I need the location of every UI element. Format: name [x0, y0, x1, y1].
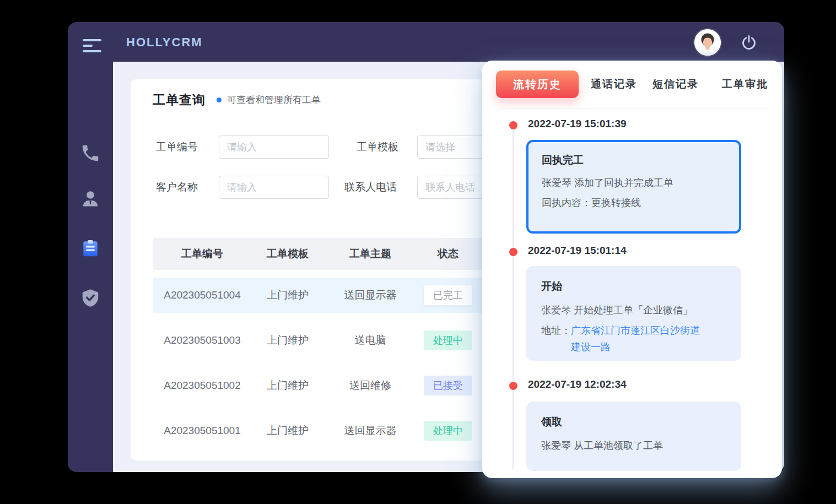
order-subject: 送电脑 [323, 333, 417, 348]
tab-sms-records[interactable]: 短信记录 [652, 77, 699, 91]
power-icon[interactable] [740, 34, 758, 51]
timeline-card-title: 开始 [541, 279, 726, 294]
template-label: 工单模板 [357, 136, 398, 159]
security-shield-icon[interactable] [80, 288, 101, 308]
timeline-card-title: 回执完工 [542, 153, 726, 167]
timeline-card-line: 张爱琴 开始处理工单「企业微信」 [541, 304, 726, 317]
user-avatar[interactable] [694, 29, 721, 56]
contact-label: 联系人电话 [344, 176, 397, 199]
timeline-card-title: 领取 [541, 415, 726, 429]
timeline-time: 2022-07-19 15:01:14 [528, 245, 627, 257]
timeline-time: 2022-07-19 12:02:34 [528, 378, 627, 391]
detail-tabs: 流转历史 通话记录 短信记录 工单审批 [496, 71, 768, 98]
contacts-icon[interactable] [80, 188, 101, 209]
order-id: A202305051003 [153, 334, 252, 346]
timeline-card[interactable]: 领取 张爱琴 从工单池领取了工单 [526, 402, 741, 471]
col-header-status: 状态 [417, 247, 479, 261]
subtitle-dot-icon [217, 97, 222, 102]
timeline-card-line: 回执内容：更换转接线 [542, 196, 726, 209]
customer-input[interactable] [219, 176, 329, 199]
order-template: 上门维护 [252, 333, 323, 348]
hamburger-menu-icon[interactable] [83, 39, 103, 53]
timeline-dot-icon [509, 121, 517, 129]
timeline-card[interactable]: 开始 张爱琴 开始处理工单「企业微信」 地址： 广东省江门市蓬江区白沙街道建设一… [526, 266, 741, 361]
status-badge: 已接受 [424, 376, 472, 395]
timeline-dot-icon [509, 248, 517, 256]
workorders-icon-active[interactable] [80, 238, 101, 259]
customer-label: 客户名称 [156, 176, 198, 199]
address-link[interactable]: 广东省江门市蓬江区白沙街道建设一路 [571, 322, 705, 355]
order-template: 上门维护 [252, 424, 323, 438]
order-subject: 送回维修 [323, 378, 417, 393]
page-subtitle: 可查看和管理所有工单 [227, 94, 321, 106]
order-subject: 送回显示器 [323, 288, 417, 302]
timeline-line [513, 129, 514, 469]
status-badge: 已完工 [424, 285, 472, 305]
order-id: A202305051004 [153, 289, 252, 301]
order-no-label: 工单编号 [156, 136, 198, 159]
timeline-time: 2022-07-19 15:01:39 [528, 118, 627, 130]
order-subject: 送回显示器 [323, 424, 417, 438]
status-badge: 处理中 [424, 421, 472, 441]
timeline-card-highlighted[interactable]: 回执完工 张爱琴 添加了回执并完成工单 回执内容：更换转接线 [526, 140, 741, 234]
status-badge: 处理中 [424, 330, 472, 350]
tab-flow-history[interactable]: 流转历史 [496, 71, 579, 98]
order-id: A202305051001 [153, 425, 252, 437]
tab-approval[interactable]: 工单审批 [722, 77, 768, 91]
brand-logo: HOLLYCRM [126, 35, 203, 50]
timeline-dot-icon [509, 382, 517, 390]
order-id: A202305051002 [153, 380, 252, 392]
col-header-order-no: 工单编号 [153, 247, 252, 261]
order-template: 上门维护 [252, 378, 323, 393]
phone-icon[interactable] [80, 143, 101, 164]
order-template: 上门维护 [252, 288, 323, 302]
workorder-detail-panel: 流转历史 通话记录 短信记录 工单审批 2022-07-19 15:01:39 … [482, 61, 782, 478]
order-no-input[interactable] [219, 136, 329, 159]
page-title: 工单查询 [153, 91, 206, 109]
col-header-subject: 工单主题 [323, 247, 417, 261]
col-header-template: 工单模板 [252, 247, 323, 261]
address-label: 地址： [541, 322, 571, 355]
timeline-card-line: 张爱琴 添加了回执并完成工单 [542, 176, 726, 189]
timeline-card-line: 张爱琴 从工单池领取了工单 [541, 439, 726, 452]
tab-call-records[interactable]: 通话记录 [591, 77, 637, 91]
tabs-divider [501, 108, 769, 109]
screenshot-stage: HOLLYCRM [0, 0, 836, 504]
